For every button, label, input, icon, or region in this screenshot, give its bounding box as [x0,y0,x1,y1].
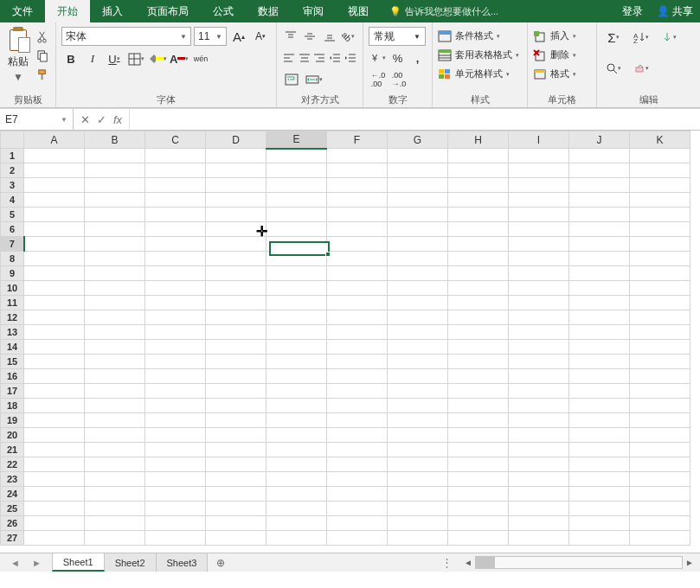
font-name-select[interactable]: 宋体▼ [61,27,191,46]
cell-K19[interactable] [630,413,690,428]
cell-H8[interactable] [448,252,509,266]
cell-I8[interactable] [509,252,569,266]
cell-E3[interactable] [267,178,327,193]
cell-D25[interactable] [206,502,267,516]
scroll-left-button[interactable]: ◄ [461,558,475,567]
cell-C3[interactable] [145,178,206,193]
cell-D22[interactable] [206,457,267,472]
cell-A15[interactable] [24,355,85,369]
cell-G16[interactable] [388,369,448,384]
login-button[interactable]: 登录 [615,0,650,22]
cell-F21[interactable] [327,443,388,457]
cancel-formula-button[interactable]: ✕ [80,113,90,126]
cell-F20[interactable] [327,428,388,443]
cell-H22[interactable] [448,457,509,472]
sheet-nav-first[interactable]: ◄ [10,558,20,568]
cell-F18[interactable] [327,399,388,413]
format-table-button[interactable]: 套用表格格式▾ [438,47,522,63]
cell-E13[interactable] [267,325,327,340]
cell-K17[interactable] [630,384,690,399]
row-header-2[interactable]: 2 [1,163,24,178]
cell-G9[interactable] [388,266,448,281]
cell-A11[interactable] [24,296,85,310]
find-button[interactable]: ▾ [600,59,626,78]
increase-font-button[interactable]: A▴ [229,27,248,46]
cell-G18[interactable] [388,399,448,413]
sheet-tab-sheet3[interactable]: Sheet3 [157,553,209,572]
cell-C2[interactable] [145,163,206,178]
cell-K24[interactable] [630,487,690,502]
cell-C10[interactable] [145,281,206,296]
row-header-17[interactable]: 17 [1,384,24,399]
cell-J11[interactable] [569,296,630,310]
cell-C4[interactable] [145,193,206,208]
cell-F8[interactable] [327,252,388,266]
cell-H20[interactable] [448,428,509,443]
cell-H15[interactable] [448,355,509,369]
cell-A13[interactable] [24,325,85,340]
cell-I15[interactable] [509,355,569,369]
cell-G11[interactable] [388,296,448,310]
cell-D3[interactable] [206,178,267,193]
cell-K3[interactable] [630,178,690,193]
cell-E27[interactable] [267,531,327,546]
row-header-14[interactable]: 14 [1,340,24,355]
cell-A3[interactable] [24,178,85,193]
cell-G27[interactable] [388,531,448,546]
cell-E12[interactable] [267,310,327,325]
cell-D23[interactable] [206,472,267,487]
horizontal-scrollbar[interactable]: ◄ ► [458,553,700,572]
cell-G4[interactable] [388,193,448,208]
cell-I27[interactable] [509,531,569,546]
row-header-4[interactable]: 4 [1,193,24,208]
cell-K5[interactable] [630,208,690,222]
cell-G20[interactable] [388,428,448,443]
cell-B8[interactable] [85,252,145,266]
cell-I4[interactable] [509,193,569,208]
cell-D27[interactable] [206,531,267,546]
cell-K2[interactable] [630,163,690,178]
cell-B18[interactable] [85,399,145,413]
cell-K14[interactable] [630,340,690,355]
cell-E17[interactable] [267,384,327,399]
align-left-button[interactable] [282,48,296,67]
cell-A4[interactable] [24,193,85,208]
align-center-button[interactable] [298,48,311,67]
format-painter-button[interactable] [35,67,50,82]
cell-K20[interactable] [630,428,690,443]
cell-F4[interactable] [327,193,388,208]
cell-B2[interactable] [85,163,145,178]
cell-F15[interactable] [327,355,388,369]
cell-D8[interactable] [206,252,267,266]
cell-I1[interactable] [509,149,569,163]
wrap-text-button[interactable] [282,70,301,89]
cell-J4[interactable] [569,193,630,208]
cell-K22[interactable] [630,457,690,472]
orientation-button[interactable]: ab▾ [340,27,357,46]
row-header-16[interactable]: 16 [1,369,24,384]
cell-E10[interactable] [267,281,327,296]
cell-B4[interactable] [85,193,145,208]
cell-J14[interactable] [569,340,630,355]
font-color-button[interactable]: A▾ [170,49,189,68]
cell-A25[interactable] [24,502,85,516]
phonetic-button[interactable]: wén [191,49,210,68]
cell-I6[interactable] [509,222,569,237]
delete-cells-button[interactable]: 删除▾ [533,47,591,63]
cell-F14[interactable] [327,340,388,355]
cell-F5[interactable] [327,208,388,222]
accounting-button[interactable]: ¥▾ [369,48,387,67]
cell-F10[interactable] [327,281,388,296]
cell-E4[interactable] [267,193,327,208]
row-header-15[interactable]: 15 [1,355,24,369]
cut-button[interactable] [35,29,50,44]
cell-J6[interactable] [569,222,630,237]
cell-H12[interactable] [448,310,509,325]
cell-H1[interactable] [448,149,509,163]
copy-button[interactable] [35,48,50,63]
cell-J22[interactable] [569,457,630,472]
row-header-6[interactable]: 6 [1,222,24,237]
cell-D18[interactable] [206,399,267,413]
cell-K8[interactable] [630,252,690,266]
fill-color-button[interactable]: ▾ [148,49,167,68]
